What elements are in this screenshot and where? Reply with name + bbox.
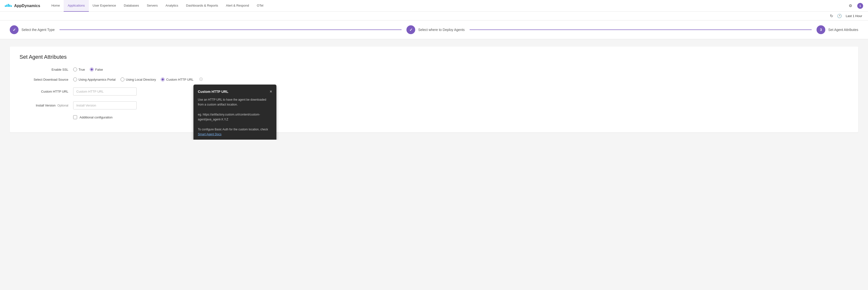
ssl-false-option[interactable]: False xyxy=(90,68,103,71)
nav-link-otel[interactable]: OTel xyxy=(253,0,268,12)
ssl-false-radio[interactable] xyxy=(90,68,94,71)
nav-link-user-experience[interactable]: User Experience xyxy=(89,0,120,12)
wizard-line-1 xyxy=(60,30,402,30)
refresh-icon[interactable]: ↻ xyxy=(830,14,833,18)
settings-button[interactable]: ⚙ xyxy=(846,2,854,10)
cisco-logo-icon xyxy=(5,3,12,8)
nav-link-databases[interactable]: Databases xyxy=(120,0,143,12)
nav-link-alert[interactable]: Alert & Respond xyxy=(222,0,253,12)
popover-text-1: Use an HTTP URL to have the agent be dow… xyxy=(198,98,266,106)
user-badge[interactable]: 1 xyxy=(857,3,863,9)
svg-rect-1 xyxy=(6,5,7,7)
wizard-step-3-label: Set Agent Attributes xyxy=(828,28,858,32)
nav-link-home[interactable]: Home xyxy=(48,0,64,12)
wizard-step-2-label: Select where to Deploy Agents xyxy=(418,28,465,32)
install-version-optional: Optional xyxy=(57,104,68,107)
portal-label: Using Appdynamics Portal xyxy=(79,78,116,81)
ssl-true-option[interactable]: True xyxy=(73,68,85,71)
info-popover-container: ⓘ Custom HTTP URL × Use an HTTP URL to h… xyxy=(198,77,203,82)
info-icon[interactable]: ⓘ xyxy=(199,77,203,82)
top-nav: AppDynamics Home Applications User Exper… xyxy=(0,0,868,12)
checkmark-1: ✓ xyxy=(13,28,16,32)
popover-title-text: Custom HTTP URL xyxy=(198,89,228,94)
ssl-false-label: False xyxy=(95,68,103,71)
wizard-bar: ✓ Select the Agent Type ✓ Select where t… xyxy=(0,21,868,39)
additional-config-checkbox-row: Additional configuration xyxy=(73,115,113,119)
install-version-label: Install Version Optional xyxy=(20,104,68,107)
checkmark-2: ✓ xyxy=(409,28,412,32)
additional-config-checkbox[interactable] xyxy=(73,115,77,119)
time-bar: ↻ 🕐 Last 1 Hour xyxy=(0,12,868,21)
install-version-label-text: Install Version xyxy=(36,104,56,107)
nav-link-applications[interactable]: Applications xyxy=(64,0,89,12)
popover-link[interactable]: Smart Agent Docs xyxy=(198,133,221,136)
popover-text-3: To configure Basic Auth for the custom l… xyxy=(198,128,268,131)
custom-http-option[interactable]: Custom HTTP URL xyxy=(161,77,193,81)
wizard-step-2-circle: ✓ xyxy=(406,25,415,34)
wizard-step-1: ✓ Select the Agent Type xyxy=(10,25,55,34)
wizard-line-2 xyxy=(470,30,812,30)
svg-rect-4 xyxy=(11,5,12,7)
clock-icon: 🕐 xyxy=(837,14,842,18)
enable-ssl-label: Enable SSL xyxy=(20,68,68,71)
nav-logo: AppDynamics xyxy=(5,3,40,8)
popover-close-button[interactable]: × xyxy=(270,88,272,95)
download-source-label: Select Download Source xyxy=(20,78,68,81)
svg-rect-2 xyxy=(8,4,9,7)
wizard-step-2: ✓ Select where to Deploy Agents xyxy=(406,25,465,34)
nav-right: ⚙ 1 xyxy=(846,2,863,10)
portal-radio[interactable] xyxy=(73,77,77,81)
wizard-step-3: 3 Set Agent Attributes xyxy=(816,25,858,34)
custom-http-url-row: Custom HTTP URL xyxy=(20,87,848,96)
wizard-step-1-label: Select the Agent Type xyxy=(22,28,55,32)
custom-http-url-label: Custom HTTP URL xyxy=(20,90,68,93)
svg-rect-3 xyxy=(9,5,10,7)
custom-http-url-input[interactable] xyxy=(73,87,136,96)
app-title: AppDynamics xyxy=(14,4,40,8)
wizard-step-3-number: 3 xyxy=(820,28,822,32)
ssl-true-label: True xyxy=(79,68,85,71)
popover-title: Custom HTTP URL × xyxy=(198,88,272,95)
nav-link-analytics[interactable]: Analytics xyxy=(162,0,182,12)
additional-config-label: Additional configuration xyxy=(80,115,113,119)
download-source-options: Using Appdynamics Portal Using Local Dir… xyxy=(73,77,203,82)
download-source-row: Select Download Source Using Appdynamics… xyxy=(20,77,848,82)
time-label[interactable]: Last 1 Hour xyxy=(846,14,862,18)
custom-http-popover: Custom HTTP URL × Use an HTTP URL to hav… xyxy=(193,84,276,140)
portal-option[interactable]: Using Appdynamics Portal xyxy=(73,77,116,81)
local-option[interactable]: Using Local Directory xyxy=(121,77,156,81)
ssl-true-radio[interactable] xyxy=(73,68,77,71)
nav-link-dashboards[interactable]: Dashboards & Reports xyxy=(182,0,222,12)
svg-rect-0 xyxy=(5,5,6,7)
custom-http-label: Custom HTTP URL xyxy=(166,78,193,81)
nav-link-servers[interactable]: Servers xyxy=(143,0,162,12)
section-title: Set Agent Attributes xyxy=(20,54,848,60)
install-version-input[interactable] xyxy=(73,101,136,109)
main-content: Set Agent Attributes Enable SSL True Fal… xyxy=(0,39,868,140)
local-label: Using Local Directory xyxy=(126,78,156,81)
additional-config-row: Additional configuration xyxy=(20,115,848,119)
local-radio[interactable] xyxy=(121,77,124,81)
custom-http-radio[interactable] xyxy=(161,77,165,81)
install-version-row: Install Version Optional xyxy=(20,101,848,109)
wizard-step-3-circle: 3 xyxy=(816,25,825,34)
enable-ssl-row: Enable SSL True False xyxy=(20,68,848,71)
section-card: Set Agent Attributes Enable SSL True Fal… xyxy=(10,46,858,132)
nav-links: Home Applications User Experience Databa… xyxy=(48,0,846,12)
popover-body: Use an HTTP URL to have the agent be dow… xyxy=(198,97,272,137)
popover-text-2: eg. https://artifactory.custom.url/conte… xyxy=(198,113,260,121)
enable-ssl-options: True False xyxy=(73,68,103,71)
wizard-step-1-circle: ✓ xyxy=(10,25,19,34)
